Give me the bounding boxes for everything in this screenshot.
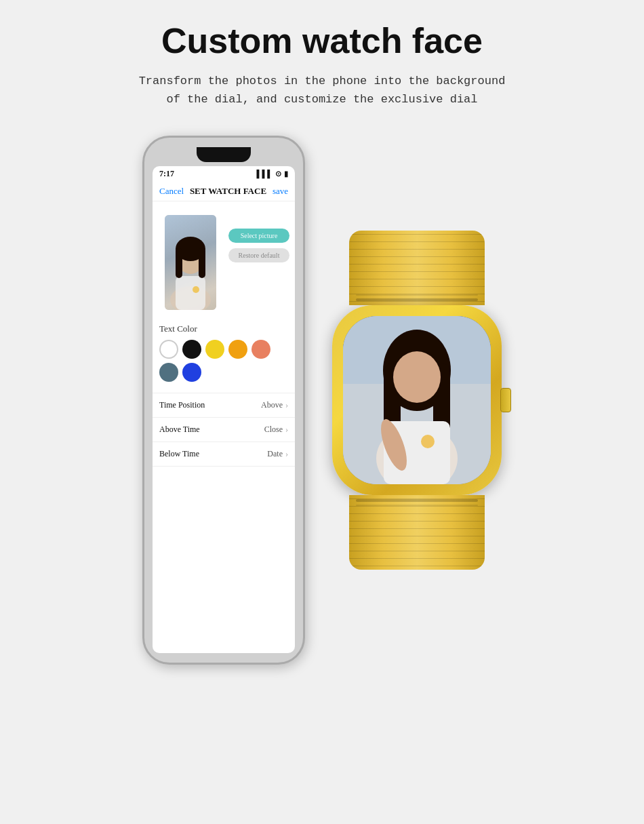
watch-screen [343,316,491,484]
watch-photo [343,316,491,484]
above-time-label: Above Time [159,425,200,435]
below-time-label: Below Time [159,449,199,459]
below-time-value-group: Date › [267,449,288,459]
band-mesh-bottom [349,495,485,570]
text-color-label: Text Color [159,323,288,334]
above-time-value-group: Close › [264,425,288,435]
color-salmon[interactable] [251,340,270,359]
above-time-row[interactable]: Above Time Close › [153,418,295,442]
page-title: Custom watch face [161,20,483,61]
battery-icon: ▮ [284,170,288,178]
svg-point-6 [193,286,199,293]
time-position-label: Time Position [159,400,205,410]
phone-device: 7:17 ▌▌▌ ⊙ ▮ Cancel SET WATCH FACE save [142,136,305,665]
color-teal[interactable] [159,363,178,382]
watch-band-top [349,231,485,305]
above-time-value: Close [264,425,283,435]
below-time-row[interactable]: Below Time Date › [153,442,295,467]
color-blue[interactable] [182,363,201,382]
set-watch-face-title: SET WATCH FACE [190,186,266,197]
cancel-button[interactable]: Cancel [159,186,184,197]
settings-list: Time Position Above › Above Time Close ›… [153,393,295,467]
color-circles [159,340,288,382]
svg-rect-4 [176,248,182,278]
phone-photo-area [165,215,216,310]
color-orange[interactable] [228,340,247,359]
svg-rect-1 [176,276,205,310]
time-position-value-group: Above › [261,400,288,410]
watch-crown [500,388,511,412]
restore-default-button[interactable]: Restore default [228,248,289,262]
watch-band-bottom [349,495,485,570]
watch-device [332,231,502,570]
chevron-right-icon-2: › [285,425,288,435]
photo-bg [165,215,216,310]
signal-icon: ▌▌▌ [257,170,273,178]
svg-point-12 [393,351,441,403]
below-time-value: Date [267,449,283,459]
phone-status-bar: 7:17 ▌▌▌ ⊙ ▮ [153,166,295,182]
select-picture-button[interactable]: Select picture [228,229,289,243]
watch-case [332,305,502,495]
phone-screen: 7:17 ▌▌▌ ⊙ ▮ Cancel SET WATCH FACE save [153,166,295,653]
wifi-icon: ⊙ [275,170,281,178]
photo-silhouette [165,222,216,310]
phone-notch [197,147,251,162]
page-subtitle: Transform the photos in the phone into t… [139,72,506,109]
phone-time: 7:17 [159,169,174,179]
chevron-right-icon: › [285,400,288,410]
color-white[interactable] [159,340,178,359]
color-yellow[interactable] [205,340,224,359]
status-icons: ▌▌▌ ⊙ ▮ [257,170,288,178]
watch-silhouette [343,316,491,484]
time-position-row[interactable]: Time Position Above › [153,393,295,418]
devices-row: 7:17 ▌▌▌ ⊙ ▮ Cancel SET WATCH FACE save [14,136,630,665]
chevron-right-icon-3: › [285,449,288,459]
phone-header: Cancel SET WATCH FACE save [153,182,295,201]
svg-rect-5 [199,248,205,278]
text-color-section: Text Color [153,323,295,389]
save-button[interactable]: save [273,186,288,197]
time-position-value: Above [261,400,283,410]
color-black[interactable] [182,340,201,359]
svg-point-15 [421,435,435,448]
